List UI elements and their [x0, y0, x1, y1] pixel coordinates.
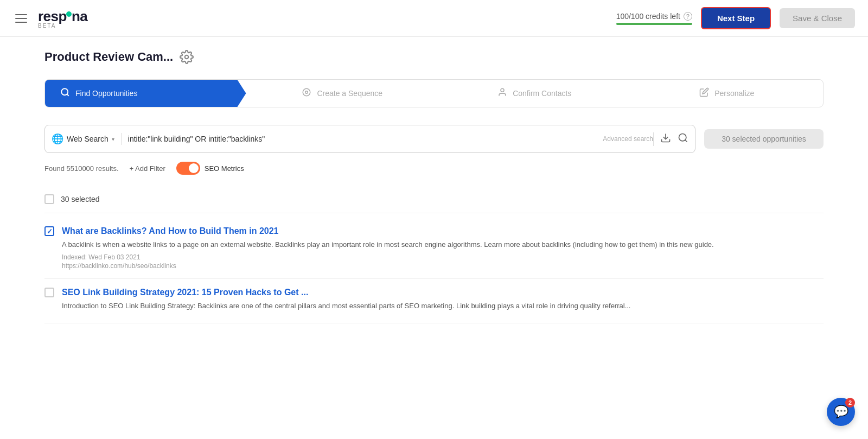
filter-row: Found 5510000 results. + Add Filter SEO …	[44, 162, 824, 175]
save-close-button[interactable]: Save & Close	[780, 8, 855, 28]
search-step-icon	[60, 87, 70, 99]
credits-section: 100/100 credits left ?	[616, 12, 692, 25]
result-indexed-1: Indexed: Wed Feb 03 2021	[62, 253, 824, 261]
web-search-icon: 🌐	[52, 133, 63, 145]
add-filter-button[interactable]: + Add Filter	[130, 164, 165, 173]
select-all-row: 30 selected	[44, 190, 824, 213]
personalize-step-icon	[699, 87, 709, 99]
header-left: resp na BETA	[13, 8, 87, 29]
seo-metrics-label: SEO Metrics	[205, 164, 244, 173]
search-submit-icon[interactable]	[678, 132, 688, 146]
svg-point-0	[185, 55, 189, 59]
credits-text: 100/100 credits left	[616, 12, 680, 21]
credits-bar-fill	[616, 23, 692, 25]
svg-point-4	[501, 88, 504, 92]
header-right: 100/100 credits left ? Next Step Save & …	[616, 7, 855, 29]
result-title-2[interactable]: SEO Link Building Strategy 2021: 15 Prov…	[62, 288, 824, 297]
svg-point-1	[61, 88, 68, 95]
result-item-2: SEO Link Building Strategy 2021: 15 Prov…	[44, 279, 824, 324]
step-personalize-label: Personalize	[714, 89, 754, 98]
result-checkbox-2[interactable]	[44, 288, 54, 297]
step-find-opportunities[interactable]: Find Opportunities	[45, 80, 246, 107]
result-checkbox-1[interactable]	[44, 226, 54, 236]
step-sequence-label: Create a Sequence	[317, 89, 382, 98]
result-title-1[interactable]: What are Backlinks? And How to Build The…	[62, 226, 824, 236]
search-section: 🌐 Web Search ▾ Advanced search 30 select…	[44, 125, 824, 153]
contacts-step-icon	[497, 87, 507, 99]
steps-bar: Find Opportunities Create a Sequence Con…	[44, 79, 824, 107]
advanced-search-label[interactable]: Advanced search	[603, 135, 653, 143]
logo-text-2: na	[72, 8, 87, 25]
svg-point-3	[305, 91, 308, 94]
search-input[interactable]	[122, 135, 603, 143]
main-content: Product Review Cam... Find Opportunities…	[27, 37, 841, 336]
logo: resp na BETA	[38, 8, 87, 29]
search-action-icons	[653, 132, 688, 146]
result-content-2: SEO Link Building Strategy 2021: 15 Prov…	[62, 288, 824, 315]
download-icon[interactable]	[660, 132, 671, 146]
selected-opportunities-button[interactable]: 30 selected opportunities	[704, 129, 824, 149]
search-box: 🌐 Web Search ▾ Advanced search	[44, 125, 695, 153]
app-header: resp na BETA 100/100 credits left ? Next…	[0, 0, 868, 37]
step-find-label: Find Opportunities	[75, 89, 137, 98]
logo-dot	[66, 11, 72, 17]
seo-metrics-toggle[interactable]	[176, 162, 200, 175]
step-create-sequence[interactable]: Create a Sequence	[246, 80, 439, 107]
credits-info-icon[interactable]: ?	[684, 12, 692, 21]
menu-toggle[interactable]	[13, 12, 29, 25]
results-count: Found 5510000 results.	[44, 164, 119, 173]
result-description-1: A backlink is when a website links to a …	[62, 239, 824, 250]
campaign-title: Product Review Cam...	[44, 50, 173, 64]
step-confirm-contacts[interactable]: Confirm Contacts	[438, 80, 631, 107]
logo-beta: BETA	[38, 23, 56, 29]
settings-icon[interactable]	[180, 50, 194, 64]
search-type-label: Web Search	[67, 135, 108, 143]
campaign-title-row: Product Review Cam...	[44, 50, 824, 64]
step-contacts-label: Confirm Contacts	[513, 89, 571, 98]
search-type-dropdown[interactable]: 🌐 Web Search ▾	[52, 133, 122, 145]
select-all-checkbox[interactable]	[44, 194, 54, 204]
sequence-step-icon	[302, 87, 311, 99]
svg-point-6	[679, 133, 686, 141]
result-content-1: What are Backlinks? And How to Build The…	[62, 226, 824, 270]
step-personalize[interactable]: Personalize	[631, 80, 824, 107]
next-step-button[interactable]: Next Step	[701, 7, 771, 29]
seo-metrics-toggle-section: SEO Metrics	[176, 162, 244, 175]
select-all-label: 30 selected	[61, 195, 100, 203]
result-item: What are Backlinks? And How to Build The…	[44, 218, 824, 279]
credits-bar	[616, 23, 692, 25]
dropdown-arrow-icon: ▾	[112, 136, 114, 142]
result-url-1: https://backlinko.com/hub/seo/backlinks	[62, 262, 824, 270]
result-description-2: Introduction to SEO Link Building Strate…	[62, 301, 824, 311]
svg-point-2	[303, 88, 311, 96]
